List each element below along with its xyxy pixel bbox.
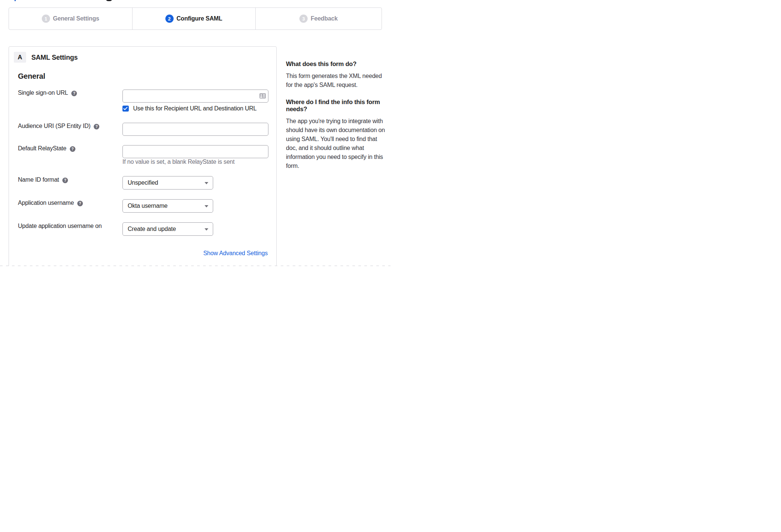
update-username-label: Update application username on xyxy=(18,223,102,229)
sidebar-body: The app you're trying to integrate with … xyxy=(286,117,384,170)
sidebar-heading-line: What does this form do? xyxy=(286,60,384,68)
general-group-heading: General xyxy=(18,72,45,81)
help-sidebar: What does this form do? This form genera… xyxy=(286,60,384,170)
sidebar-body-line: form. xyxy=(286,162,384,170)
step-configure-saml[interactable]: 2 Configure SAML xyxy=(132,8,255,29)
application-username-select[interactable]: Okta username xyxy=(122,199,213,213)
audience-uri-label: Audience URI (SP Entity ID) xyxy=(18,123,90,129)
sidebar-body-line: information you need to specify in this xyxy=(286,153,384,162)
single-sign-on-url-input[interactable] xyxy=(122,90,268,103)
relaystate-hint: If no value is set, a blank RelayState i… xyxy=(122,159,234,165)
sidebar-heading: What does this form do? xyxy=(286,60,384,68)
chevron-down-icon xyxy=(205,182,208,184)
sidebar-section-where: Where do I find the info this form needs… xyxy=(286,98,384,170)
audience-uri-input[interactable] xyxy=(122,123,268,136)
sidebar-body: This form generates the XML needed for t… xyxy=(286,72,384,90)
help-icon[interactable]: ? xyxy=(62,178,68,183)
saml-settings-panel: A SAML Settings General Single sign-on U… xyxy=(9,46,277,266)
update-username-select[interactable]: Create and update xyxy=(122,222,213,236)
sidebar-heading-line: Where do I find the info this form xyxy=(286,98,384,106)
help-icon[interactable]: ? xyxy=(71,91,77,96)
step-label: General Settings xyxy=(53,15,99,22)
sidebar-body-line: for the app's SAML request. xyxy=(286,81,384,90)
sidebar-body-line: The app you're trying to integrate with xyxy=(286,117,384,126)
clipped-dark-fragment xyxy=(106,0,112,1)
recipient-url-checkbox[interactable] xyxy=(122,106,129,112)
clipped-dashed-divider xyxy=(0,266,390,266)
single-sign-on-url-label: Single sign-on URL xyxy=(18,90,68,96)
name-id-format-select[interactable]: Unspecified xyxy=(122,176,213,190)
sidebar-body-line: should have its own documentation on xyxy=(286,126,384,135)
wizard-stepper: 1 General Settings 2 Configure SAML 3 Fe… xyxy=(9,7,382,30)
section-a-badge: A xyxy=(14,52,26,63)
default-relaystate-input[interactable] xyxy=(122,145,268,158)
step-label: Configure SAML xyxy=(177,15,223,22)
step-label: Feedback xyxy=(311,15,337,22)
audience-uri-label-row: Audience URI (SP Entity ID) ? xyxy=(18,123,99,129)
sidebar-body-line: using SAML. You'll need to find that xyxy=(286,135,384,144)
update-username-label-row: Update application username on xyxy=(18,223,102,229)
name-id-format-value: Unspecified xyxy=(123,179,158,186)
default-relaystate-label-row: Default RelayState ? xyxy=(18,145,75,152)
name-id-format-label-row: Name ID format ? xyxy=(18,176,68,183)
chevron-down-icon xyxy=(205,228,208,231)
step-number-badge: 1 xyxy=(42,15,50,23)
help-icon[interactable]: ? xyxy=(70,146,75,152)
single-sign-on-url-input-wrap xyxy=(122,90,268,103)
name-id-format-label: Name ID format xyxy=(18,176,59,183)
sidebar-body-line: doc, and it should outline what xyxy=(286,144,384,153)
step-general-settings[interactable]: 1 General Settings xyxy=(9,8,132,29)
chevron-down-icon xyxy=(205,205,208,207)
recipient-url-checkbox-row: Use this for Recipient URL and Destinati… xyxy=(122,105,256,112)
recipient-url-checkbox-label: Use this for Recipient URL and Destinati… xyxy=(133,105,257,112)
step-number-badge: 2 xyxy=(165,15,174,23)
sidebar-heading: Where do I find the info this form needs… xyxy=(286,98,384,113)
default-relaystate-label: Default RelayState xyxy=(18,145,66,152)
step-number-badge: 3 xyxy=(299,15,308,23)
update-username-value: Create and update xyxy=(123,226,176,232)
help-icon[interactable]: ? xyxy=(94,124,99,129)
application-username-value: Okta username xyxy=(123,203,168,209)
application-username-label: Application username xyxy=(18,200,74,206)
single-sign-on-url-label-row: Single sign-on URL ? xyxy=(18,90,77,96)
sidebar-section-what: What does this form do? This form genera… xyxy=(286,60,384,90)
sidebar-body-line: This form generates the XML needed xyxy=(286,72,384,81)
show-advanced-settings-link[interactable]: Show Advanced Settings xyxy=(203,250,268,257)
help-icon[interactable]: ? xyxy=(77,201,83,206)
sidebar-heading-line: needs? xyxy=(286,106,384,113)
step-feedback[interactable]: 3 Feedback xyxy=(255,8,382,29)
section-title: SAML Settings xyxy=(31,54,78,62)
application-username-label-row: Application username ? xyxy=(18,200,83,206)
clipped-blue-fragment xyxy=(15,0,16,1)
